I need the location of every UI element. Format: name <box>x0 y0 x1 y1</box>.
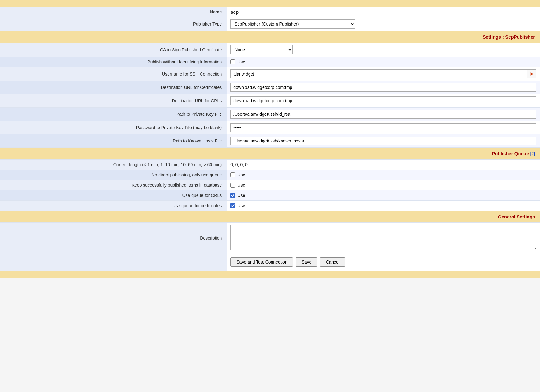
ca-select[interactable]: None <box>230 45 293 54</box>
description-label: Description <box>0 223 227 253</box>
no-direct-row: No direct publishing, only use queue Use <box>0 170 540 180</box>
no-direct-label: No direct publishing, only use queue <box>0 170 227 180</box>
use-cert-row: Use queue for certificates Use <box>0 201 540 211</box>
private-key-label: Path to Private Key File <box>0 108 227 121</box>
private-key-row: Path to Private Key File <box>0 108 540 121</box>
ssh-key-icon[interactable]: ➤ <box>527 70 536 78</box>
username-input[interactable] <box>231 70 527 78</box>
queue-help-link[interactable]: [?] <box>530 151 535 156</box>
no-direct-checkbox[interactable] <box>230 172 235 177</box>
username-field-wrapper: ➤ <box>230 69 536 78</box>
save-and-test-button[interactable]: Save and Test Connection <box>230 257 293 267</box>
publish-without-id-value-cell: Use <box>227 57 540 67</box>
description-textarea[interactable] <box>230 225 536 250</box>
dest-cert-label: Destination URL for Certificates <box>0 81 227 94</box>
main-form-table: Name scp Publisher Type ScpPublisher (Cu… <box>0 7 540 271</box>
username-value-cell: ➤ <box>227 67 540 81</box>
publish-without-id-checkbox[interactable] <box>230 59 235 64</box>
username-label: Username for SSH Connection <box>0 67 227 81</box>
keep-success-row: Keep successfully published items in dat… <box>0 180 540 190</box>
no-direct-value-cell: Use <box>227 170 540 180</box>
save-button[interactable]: Save <box>296 257 317 267</box>
private-key-pw-input[interactable] <box>230 123 536 132</box>
cancel-button[interactable]: Cancel <box>320 257 345 267</box>
use-cert-text: Use <box>237 203 245 208</box>
ca-row: CA to Sign Published Certificate None <box>0 43 540 57</box>
settings-section-title: Settings : ScpPublisher <box>483 34 535 40</box>
keep-success-value-cell: Use <box>227 180 540 190</box>
use-cert-value-cell: Use <box>227 201 540 211</box>
private-key-input[interactable] <box>230 110 536 119</box>
dest-crl-value-cell <box>227 94 540 108</box>
private-key-pw-label: Password to Private Key File (may be bla… <box>0 121 227 134</box>
keep-success-text: Use <box>237 183 245 188</box>
use-crl-value-cell: Use <box>227 190 540 201</box>
known-hosts-value-cell <box>227 134 540 148</box>
description-row: Description <box>0 223 540 253</box>
general-section-title: General Settings <box>498 214 535 219</box>
no-direct-text: Use <box>237 172 245 177</box>
publisher-type-value-cell: ScpPublisher (Custom Publisher) <box>227 17 540 31</box>
use-cert-label: Use queue for certificates <box>0 201 227 211</box>
name-row: Name scp <box>0 7 540 17</box>
name-label: Name <box>0 7 227 17</box>
dest-crl-input[interactable] <box>230 96 536 105</box>
ca-label: CA to Sign Published Certificate <box>0 43 227 57</box>
name-value: scp <box>230 9 239 15</box>
buttons-value-cell: Save and Test Connection Save Cancel <box>227 253 540 271</box>
ca-value-cell: None <box>227 43 540 57</box>
known-hosts-row: Path to Known Hosts File <box>0 134 540 148</box>
general-section-row: General Settings <box>0 211 540 223</box>
use-crl-row: Use queue for CRLs Use <box>0 190 540 201</box>
name-value-cell: scp <box>227 7 540 17</box>
publish-without-id-row: Publish Without Identifying Information … <box>0 57 540 67</box>
use-crl-checkbox[interactable] <box>230 193 235 198</box>
dest-cert-value-cell <box>227 81 540 94</box>
private-key-pw-row: Password to Private Key File (may be bla… <box>0 121 540 134</box>
description-value-cell <box>227 223 540 253</box>
current-length-label: Current length (< 1 min, 1–10 min, 10–60… <box>0 160 227 170</box>
use-cert-checkbox[interactable] <box>230 203 235 208</box>
publisher-type-label: Publisher Type <box>0 17 227 31</box>
keep-success-checkbox[interactable] <box>230 183 235 188</box>
queue-section-title: Publisher Queue <box>492 151 529 156</box>
use-crl-text: Use <box>237 193 245 198</box>
private-key-value-cell <box>227 108 540 121</box>
username-row: Username for SSH Connection ➤ <box>0 67 540 81</box>
use-crl-label: Use queue for CRLs <box>0 190 227 201</box>
top-bar <box>0 0 540 7</box>
dest-cert-row: Destination URL for Certificates <box>0 81 540 94</box>
queue-section-row: Publisher Queue [?] <box>0 148 540 160</box>
settings-section-row: Settings : ScpPublisher <box>0 31 540 43</box>
private-key-pw-value-cell <box>227 121 540 134</box>
known-hosts-label: Path to Known Hosts File <box>0 134 227 148</box>
current-length-value-cell: 0, 0, 0, 0 <box>227 160 540 170</box>
buttons-label-cell <box>0 253 227 271</box>
publish-without-id-label: Publish Without Identifying Information <box>0 57 227 67</box>
dest-crl-row: Destination URL for CRLs <box>0 94 540 108</box>
known-hosts-input[interactable] <box>230 137 536 145</box>
current-length-row: Current length (< 1 min, 1–10 min, 10–60… <box>0 160 540 170</box>
publisher-type-select[interactable]: ScpPublisher (Custom Publisher) <box>230 19 355 29</box>
dest-cert-input[interactable] <box>230 83 536 92</box>
keep-success-label: Keep successfully published items in dat… <box>0 180 227 190</box>
publisher-type-row: Publisher Type ScpPublisher (Custom Publ… <box>0 17 540 31</box>
buttons-row: Save and Test Connection Save Cancel <box>0 253 540 271</box>
bottom-bar <box>0 271 540 278</box>
publish-without-id-text: Use <box>237 59 245 64</box>
current-length-value: 0, 0, 0, 0 <box>230 162 247 167</box>
dest-crl-label: Destination URL for CRLs <box>0 94 227 108</box>
